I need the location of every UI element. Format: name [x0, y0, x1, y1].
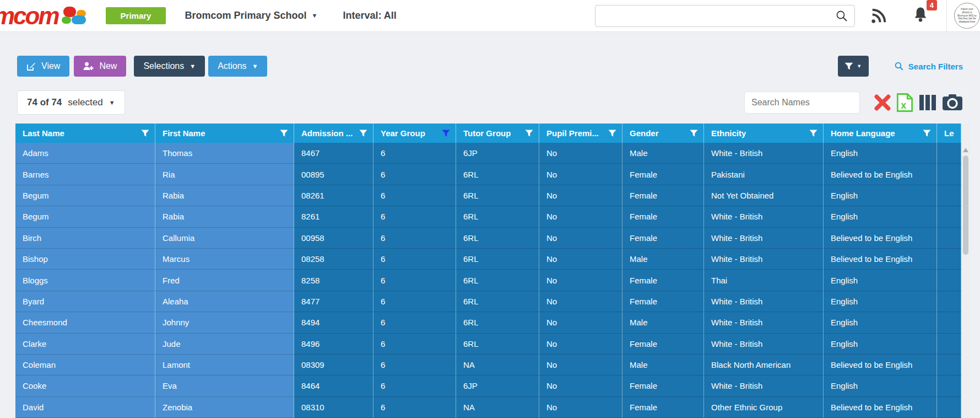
cell-first-name: Eva: [155, 376, 294, 396]
cell-tutor-group: 6RL: [456, 312, 539, 333]
column-label: Admission ...: [301, 128, 353, 138]
column-header-pupil-premi[interactable]: Pupil Premi...: [539, 124, 622, 143]
column-header-ethnicity[interactable]: Ethnicity: [704, 124, 824, 143]
cell-last-name: Adams: [15, 143, 155, 164]
notifications-button[interactable]: 4: [912, 6, 929, 26]
filter-funnel-icon[interactable]: [809, 130, 817, 137]
filter-funnel-icon[interactable]: [359, 130, 367, 137]
student-row[interactable]: BegumRabia0826166RLNoFemaleNot Yet Obtai…: [15, 185, 961, 206]
column-header-first-name[interactable]: First Name: [155, 124, 294, 143]
vertical-scrollbar[interactable]: [961, 124, 970, 418]
search-icon[interactable]: [835, 9, 848, 23]
export-excel-icon[interactable]: x: [896, 93, 913, 112]
filter-funnel-icon[interactable]: [141, 130, 149, 137]
column-header-tutor-group[interactable]: Tutor Group: [456, 124, 539, 143]
student-row[interactable]: BloggsFred825866RLNoFemaleThaiEnglish: [15, 270, 961, 291]
student-row[interactable]: BirchCallumia0095866RLNoFemaleWhite - Br…: [15, 228, 961, 249]
top-header-bar: mcom Primary Bromcom Primary School ▼ In…: [0, 0, 980, 32]
selections-dropdown-button[interactable]: Selections ▼: [134, 56, 205, 77]
chevron-down-icon: ▼: [857, 64, 862, 69]
selection-bar: 74 of 74 selected ▼ x: [17, 89, 963, 116]
cell-home-language: English: [824, 185, 937, 206]
cell-first-name: Ria: [155, 164, 294, 185]
cell-admission: 8464: [294, 376, 373, 396]
cell-le: [937, 270, 961, 291]
filter-funnel-icon[interactable]: [280, 130, 288, 137]
column-header-le[interactable]: Le: [937, 124, 961, 143]
student-row[interactable]: BarnesRia0089566RLNoFemalePakistaniBelie…: [15, 164, 961, 185]
avatar[interactable]: Import your photos to Bromcom MIS so tha…: [954, 3, 980, 29]
cell-tutor-group: 6RL: [456, 185, 539, 206]
cell-tutor-group: 6RL: [456, 228, 539, 249]
bromcom-logo[interactable]: mcom: [0, 4, 88, 28]
student-row[interactable]: ByardAleaha847766RLNoFemaleWhite - Briti…: [15, 291, 961, 312]
student-row[interactable]: ClarkeJude849666RLNoFemaleWhite - Britis…: [15, 334, 961, 355]
columns-icon[interactable]: [918, 94, 937, 111]
column-label: Tutor Group: [463, 128, 511, 138]
student-row[interactable]: AdamsThomas846766JPNoMaleWhite - British…: [15, 143, 961, 164]
actions-dropdown-button[interactable]: Actions ▼: [208, 56, 267, 77]
filter-funnel-icon[interactable]: [525, 130, 533, 137]
search-names-input[interactable]: [744, 92, 860, 114]
selected-count: 74 of 74: [27, 97, 62, 108]
student-row[interactable]: CheesmondJohnny849466RLNoMaleWhite - Bri…: [15, 312, 961, 333]
filter-funnel-icon: [844, 62, 853, 71]
filter-funnel-icon[interactable]: [442, 130, 450, 137]
selected-count-dropdown[interactable]: 74 of 74 selected ▼: [17, 90, 125, 115]
cell-first-name: Rabia: [155, 206, 294, 227]
cell-gender: Female: [622, 164, 704, 185]
student-row[interactable]: BegumRabia826166RLNoFemaleWhite - Britis…: [15, 206, 961, 227]
broadcast-icon[interactable]: [870, 8, 887, 24]
cell-le: [937, 249, 961, 270]
column-header-last-name[interactable]: Last Name: [15, 124, 155, 143]
student-row[interactable]: BishopMarcus0825866RLNoMaleWhite - Briti…: [15, 249, 961, 270]
cell-home-language: Believed to be English: [824, 355, 937, 376]
grid-header-row: Last NameFirst NameAdmission ...Year Gro…: [15, 124, 961, 143]
cell-home-language: English: [824, 206, 937, 227]
cell-ethnicity: White - British: [704, 376, 824, 396]
camera-icon[interactable]: [942, 94, 963, 111]
cell-pupil-premi: No: [539, 355, 622, 376]
scroll-up-arrow-icon[interactable]: [963, 148, 968, 152]
cell-year-group: 6: [373, 270, 456, 291]
cell-last-name: Cheesmond: [15, 312, 155, 333]
column-header-admission[interactable]: Admission ...: [294, 124, 373, 143]
clear-filter-icon[interactable]: [874, 94, 891, 111]
cell-pupil-premi: No: [539, 143, 622, 164]
toolbar-right-group: ▼ Search Filters: [838, 56, 963, 77]
column-header-home-language[interactable]: Home Language: [824, 124, 937, 143]
student-row[interactable]: DavidZenobia083106NANoFemaleOther Ethnic…: [15, 397, 961, 418]
cell-ethnicity: White - British: [704, 143, 824, 164]
column-header-year-group[interactable]: Year Group: [373, 124, 456, 143]
cell-admission: 8496: [294, 334, 373, 355]
column-label: Home Language: [831, 128, 895, 138]
student-row[interactable]: CookeEva846466JPNoFemaleWhite - BritishE…: [15, 376, 961, 396]
cell-admission: 00958: [294, 228, 373, 249]
interval-selector[interactable]: Interval: All: [343, 10, 396, 22]
column-label: First Name: [163, 128, 205, 138]
cell-year-group: 6: [373, 185, 456, 206]
filter-funnel-icon[interactable]: [690, 130, 698, 137]
cell-year-group: 6: [373, 397, 456, 418]
global-search-input[interactable]: [595, 5, 855, 27]
search-filters-link[interactable]: Search Filters: [894, 61, 963, 71]
cell-le: [937, 334, 961, 355]
scrollbar-thumb[interactable]: [963, 156, 968, 255]
column-header-gender[interactable]: Gender: [622, 124, 704, 143]
student-row[interactable]: ColemanLamont083096NANoMaleBlack North A…: [15, 355, 961, 376]
cell-gender: Male: [622, 143, 704, 164]
search-icon: [894, 61, 904, 71]
cell-ethnicity: White - British: [704, 228, 824, 249]
column-label: Pupil Premi...: [546, 128, 599, 138]
cell-gender: Female: [622, 291, 704, 312]
school-selector[interactable]: Bromcom Primary School ▼: [185, 10, 317, 22]
cell-home-language: English: [824, 376, 937, 396]
filter-funnel-icon[interactable]: [923, 130, 931, 137]
view-button[interactable]: View: [17, 56, 69, 77]
cloud-logo-icon: [62, 7, 88, 25]
new-button[interactable]: New: [74, 56, 126, 77]
filter-funnel-icon[interactable]: [608, 130, 616, 137]
cell-gender: Female: [622, 397, 704, 418]
cell-gender: Male: [622, 249, 704, 270]
filter-toggle-button[interactable]: ▼: [838, 56, 869, 77]
